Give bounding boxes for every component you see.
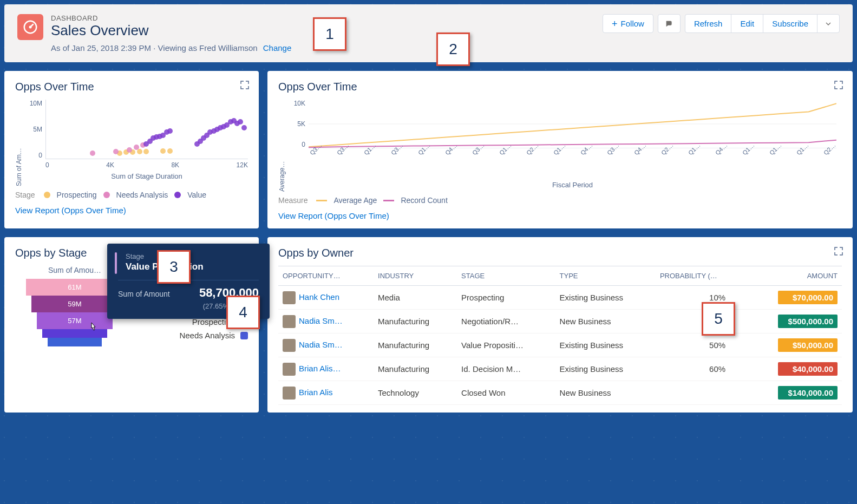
subscribe-button[interactable]: Subscribe xyxy=(763,14,817,33)
svg-point-1 xyxy=(29,26,32,29)
cursor-icon xyxy=(88,322,99,336)
y-axis-label: Sum of Am… xyxy=(15,100,23,186)
scatter-point[interactable] xyxy=(238,119,243,125)
line-plot[interactable] xyxy=(309,100,836,148)
column-header[interactable]: INDUSTRY xyxy=(374,266,457,286)
y-ticks: 10K5K0 xyxy=(289,100,305,148)
owner-cell[interactable]: Brian Alis xyxy=(278,381,374,405)
page-title: Sales Overview xyxy=(51,22,291,39)
card-title: Opps Over Time xyxy=(15,81,248,93)
scatter-point[interactable] xyxy=(143,149,149,154)
card-title: Opps by Owner xyxy=(278,247,842,259)
chatter-icon-button[interactable] xyxy=(658,14,681,33)
follow-button[interactable]: + Follow xyxy=(603,14,653,33)
avatar xyxy=(283,387,296,400)
legend: Measure Average Age Record Count xyxy=(278,196,842,205)
opportunities-table: OPPORTUNITY…INDUSTRYSTAGETYPEPROBABILITY… xyxy=(278,266,842,405)
scatter-point[interactable] xyxy=(90,150,95,156)
table-row[interactable]: Nadia Sm…ManufacturingValue Propositi…Ex… xyxy=(278,333,842,357)
expand-icon[interactable] xyxy=(834,81,843,91)
expand-icon[interactable] xyxy=(240,81,249,91)
owner-cell[interactable]: Nadia Sm… xyxy=(278,310,374,333)
y-ticks: 10M5M0 xyxy=(26,100,42,159)
callout-5: 5 xyxy=(702,302,735,336)
more-actions-button[interactable] xyxy=(817,14,840,33)
owner-cell[interactable]: Nadia Sm… xyxy=(278,333,374,357)
callout-4: 4 xyxy=(226,296,260,329)
scatter-point[interactable] xyxy=(167,148,173,154)
scatter-point[interactable] xyxy=(160,148,166,154)
scatter-point[interactable] xyxy=(134,145,139,150)
change-link[interactable]: Change xyxy=(263,43,292,53)
funnel-segment[interactable]: 59M xyxy=(31,296,118,312)
funnel-segment[interactable] xyxy=(48,338,102,346)
callout-1: 1 xyxy=(313,17,346,51)
view-report-link[interactable]: View Report (Opps Over Time) xyxy=(278,211,389,220)
dashboard-header: DASHBOARD Sales Overview As of Jan 25, 2… xyxy=(4,4,853,62)
dashboard-icon xyxy=(17,14,43,40)
refresh-button[interactable]: Refresh xyxy=(685,14,732,33)
header-actions: + Follow Refresh Edit Subscribe xyxy=(603,14,840,33)
header-subtitle: As of Jan 25, 2018 2:39 PM · Viewing as … xyxy=(51,43,291,53)
table-row[interactable]: Hank ChenMediaProspectingExisting Busine… xyxy=(278,286,842,310)
header-label: DASHBOARD xyxy=(51,14,291,22)
x-ticks: Q3…Q3…Q1…Q3…Q1…Q4…Q3…Q1…Q2…Q1…Q4…Q3…Q4…Q… xyxy=(309,152,836,158)
avatar xyxy=(283,315,296,328)
legend: Stage Prospecting Needs Analysis Value xyxy=(15,191,248,199)
column-header[interactable]: TYPE xyxy=(555,266,656,286)
x-axis-label: Sum of Stage Duration xyxy=(45,172,248,180)
avatar xyxy=(283,339,296,352)
card-title: Opps Over Time xyxy=(278,81,842,93)
card-opps-over-time-line: Opps Over Time Average… 10K5K0 xyxy=(267,71,853,228)
card-opps-by-owner: Opps by Owner OPPORTUNITY…INDUSTRYSTAGET… xyxy=(267,237,853,413)
owner-cell[interactable]: Brian Alis… xyxy=(278,357,374,381)
column-header[interactable]: OPPORTUNITY… xyxy=(278,266,374,286)
table-row[interactable]: Brian Alis…ManufacturingId. Decision M…E… xyxy=(278,357,842,381)
card-opps-over-time-scatter: Opps Over Time Sum of Am… 10M5M0 04K8K12… xyxy=(4,71,259,228)
column-header[interactable]: AMOUNT xyxy=(747,266,842,286)
edit-button[interactable]: Edit xyxy=(731,14,763,33)
y-axis-label: Average… xyxy=(278,100,286,192)
callout-2: 2 xyxy=(436,32,470,66)
x-ticks: 04K8K12K xyxy=(45,161,248,169)
scatter-point[interactable] xyxy=(137,149,142,154)
scatter-point[interactable] xyxy=(241,125,247,130)
card-opps-by-stage: Opps by Stage Sum of Amou… 61M59M57M Id.… xyxy=(4,237,259,413)
table-row[interactable]: Brian AlisTechnologyClosed WonNew Busine… xyxy=(278,381,842,405)
funnel-segment[interactable]: 57M xyxy=(37,312,113,329)
column-header[interactable]: PROBABILITY (… xyxy=(656,266,747,286)
callout-3: 3 xyxy=(157,250,191,284)
view-report-link[interactable]: View Report (Opps Over Time) xyxy=(15,206,126,215)
x-axis-label: Fiscal Period xyxy=(309,181,836,189)
expand-icon[interactable] xyxy=(834,247,843,258)
avatar xyxy=(283,363,296,376)
column-header[interactable]: STAGE xyxy=(457,266,555,286)
avatar xyxy=(283,291,296,304)
owner-cell[interactable]: Hank Chen xyxy=(278,286,374,310)
table-row[interactable]: Nadia Sm…ManufacturingNegotiation/R…New … xyxy=(278,310,842,333)
scatter-plot[interactable] xyxy=(45,100,248,159)
scatter-point[interactable] xyxy=(167,128,173,134)
